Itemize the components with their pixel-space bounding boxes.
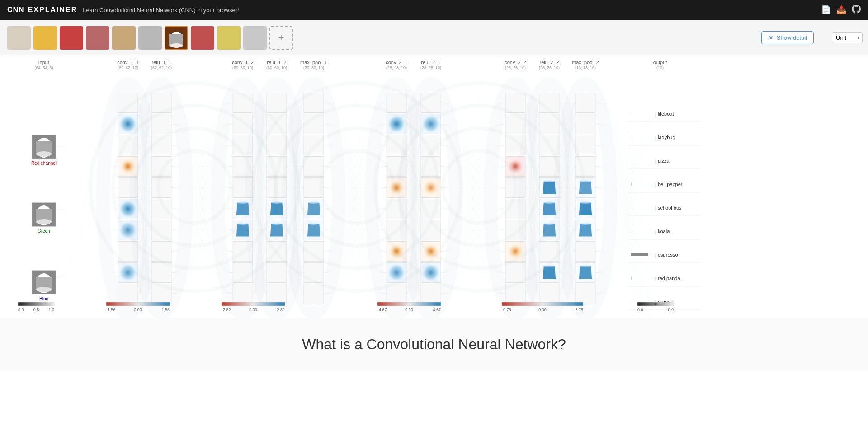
unit-select-container: Unit Kernel ▼ [832,32,861,43]
thumbnail-6[interactable] [165,26,188,50]
thumbnail-3[interactable] [86,26,109,50]
pdf-icon[interactable]: 📄 [821,5,831,15]
image-selector-bar: + 👁 Show detail Unit Kernel ▼ [0,20,868,56]
brand-explainer: EXPLAINER [28,6,78,14]
viz-canvas [0,56,859,318]
brand-cnn: CNN [7,6,24,14]
thumbnail-1[interactable] [33,26,57,50]
eye-icon: 👁 [768,34,774,41]
bottom-section: What is a Convolutional Neural Network? [0,318,868,371]
bottom-heading: What is a Convolutional Neural Network? [9,336,859,353]
github-icon[interactable] [852,5,861,16]
thumbnail-5[interactable] [138,26,162,50]
top-navigation: CNN EXPLAINER Learn Convolutional Neural… [0,0,868,20]
thumbnail-9[interactable] [243,26,267,50]
brand-tagline: Learn Convolutional Neural Network (CNN)… [83,7,239,14]
nav-icon-group: 📄 📤 [821,5,861,16]
share-icon[interactable]: 📤 [836,5,846,15]
show-detail-label: Show detail [777,34,807,41]
thumbnail-4[interactable] [112,26,136,50]
thumbnail-8[interactable] [217,26,241,50]
thumbnail-2[interactable] [60,26,83,50]
add-image-button[interactable]: + [269,26,293,50]
thumbnail-7[interactable] [191,26,214,50]
network-visualization [0,56,868,318]
brand-logo: CNN EXPLAINER Learn Convolutional Neural… [7,6,239,14]
thumbnail-list [7,26,267,50]
thumbnail-0[interactable] [7,26,31,50]
unit-select-dropdown[interactable]: Unit Kernel [832,32,863,43]
show-detail-button[interactable]: 👁 Show detail [761,31,814,44]
